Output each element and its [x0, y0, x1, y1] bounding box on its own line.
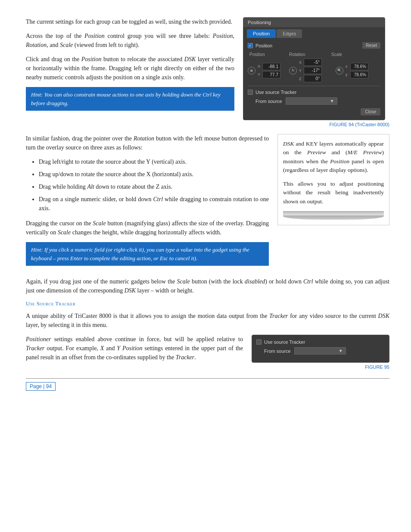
y-axis-label: Y: [258, 72, 261, 77]
figure-95-panel: Use source Tracker From source ▼: [252, 335, 389, 363]
tracker-label: Use source Tracker: [255, 90, 296, 95]
para-position-labels: Across the top of the Position control g…: [26, 31, 234, 50]
rot-z-label: Z: [299, 77, 302, 81]
hint-box-1: Hint: You can also constrain mouse actio…: [26, 87, 234, 111]
scale-y-value[interactable]: 78.6%: [350, 71, 368, 78]
panel-body: ✓ Position Reset Position Rotation Scale: [243, 38, 385, 120]
para-scale: Dragging the cursor on the Scale button …: [26, 219, 269, 237]
bullet-1: Drag left/right to rotate the source abo…: [39, 157, 269, 166]
mid-section: In similar fashion, drag the pointer ove…: [26, 134, 389, 271]
right-column-ui-panel: Positioning Position Edges ✓ Position Re…: [243, 17, 389, 127]
from-source-dropdown[interactable]: ▼: [286, 97, 337, 105]
panel-tabs: Position Edges: [243, 27, 385, 38]
x-axis-label: X: [258, 64, 261, 68]
rotation-y-value[interactable]: -17°: [304, 67, 322, 74]
figure-94-caption: FIGURE 94 (TriCaster 8000): [243, 122, 389, 127]
panel-divider: [248, 86, 380, 86]
bullet-4: Drag on a single numeric slider, or hold…: [39, 195, 269, 213]
tracker-intro-para: A unique ability of TriCaster 8000 is th…: [26, 311, 389, 330]
rotation-x-value[interactable]: -5°: [304, 59, 322, 66]
rotation-z-row: Z 0°: [299, 75, 322, 82]
para-rotation: In similar fashion, drag the pointer ove…: [26, 134, 269, 152]
dropdown-arrow: ▼: [330, 99, 334, 103]
panel-title: Positioning: [243, 18, 385, 27]
page-number: Page | 94: [26, 382, 56, 391]
figure-95-caption: FIGURE 95: [252, 364, 389, 370]
col-rotation-header: Rotation: [289, 52, 328, 57]
para-toggle: The current settings for each group can …: [26, 17, 234, 26]
scale-x-label: x: [346, 64, 349, 68]
scale-x-row: x 78.6%: [346, 63, 368, 70]
scale-x-value[interactable]: 78.6%: [350, 63, 368, 70]
position-xy: X -88.1 Y 77.7: [258, 63, 280, 78]
position-x-value[interactable]: -88.1: [262, 63, 280, 70]
col-scale-header: Scale: [331, 52, 342, 57]
fig95-from-source-dropdown[interactable]: ▼: [294, 347, 346, 355]
from-source-label: From source: [255, 99, 282, 104]
scale-y-label: y: [346, 72, 349, 77]
close-btn-container: Close: [248, 108, 380, 115]
bottom-section: Positioner settings enabled above contin…: [26, 335, 389, 370]
rotation-bullets: Drag left/right to rotate the source abo…: [39, 157, 269, 213]
fig95-from-source-row: From source ▼: [256, 347, 385, 355]
rot-x-label: X: [299, 60, 302, 65]
mid-left-col: In similar fashion, drag the pointer ove…: [26, 134, 269, 271]
from-source-row: From source ▼: [248, 97, 380, 105]
reset-button[interactable]: Reset: [362, 42, 380, 49]
figure-95-panel-container: Use source Tracker From source ▼ FIGURE …: [252, 335, 389, 370]
rotation-z-value[interactable]: 0°: [304, 75, 322, 82]
position-checkbox[interactable]: ✓: [248, 43, 253, 48]
positioning-panel: Positioning Position Edges ✓ Position Re…: [243, 17, 385, 120]
fig95-dropdown-arrow: ▼: [339, 348, 343, 353]
top-section: The current settings for each group can …: [26, 17, 389, 127]
sidebar-note: DSK and KEY layers automatically appear …: [277, 134, 389, 225]
sidebar-para-1: DSK and KEY layers automatically appear …: [283, 140, 384, 174]
hint-text-1: Hint: You can also constrain mouse actio…: [31, 91, 221, 106]
tracker-row: Use source Tracker: [248, 90, 380, 95]
rotation-xyz: X -5° Y -17° Z 0°: [299, 59, 322, 82]
tracker-checkbox[interactable]: [248, 90, 253, 95]
bullet-2: Drag up/down to rotate the source about …: [39, 170, 269, 179]
position-y-value[interactable]: 77.7: [262, 71, 280, 78]
use-source-tracker-heading: Use Source Tracker: [26, 300, 389, 307]
hint-text-2: Hint: If you click a numeric field (or r…: [31, 246, 249, 261]
fig95-tracker-label: Use source Tracker: [264, 339, 305, 345]
positioner-para: Positioner settings enabled above contin…: [26, 335, 243, 362]
bullet-3: Drag while holding Alt down to rotate ab…: [39, 182, 269, 191]
fig95-from-source-label: From source: [264, 348, 291, 354]
scale-icon[interactable]: 🔍: [336, 67, 343, 75]
close-button[interactable]: Close: [361, 108, 380, 115]
position-toggle-row: ✓ Position Reset: [248, 42, 380, 49]
position-y-row: Y 77.7: [258, 71, 280, 78]
full-width-section: Again, if you drag just one of the numer…: [26, 277, 389, 295]
para-full-width: Again, if you drag just one of the numer…: [26, 277, 389, 295]
position-x-row: X -88.1: [258, 63, 280, 70]
fig95-tracker-row: Use source Tracker: [256, 339, 385, 345]
scale-xy: x 78.6% y 78.6%: [346, 63, 368, 78]
rot-y-label: Y: [299, 68, 302, 73]
hint-box-2: Hint: If you click a numeric field (or r…: [26, 242, 269, 266]
tab-edges[interactable]: Edges: [277, 29, 302, 38]
fig95-tracker-checkbox[interactable]: [256, 339, 262, 345]
position-label: Position: [255, 43, 272, 48]
page-content: The current settings for each group can …: [26, 17, 389, 391]
para-click-drag: Click and drag on the Position button to…: [26, 55, 234, 82]
rotation-y-row: Y -17°: [299, 67, 322, 74]
scale-y-row: y 78.6%: [346, 71, 368, 78]
controls-row: ⊕ X -88.1 Y 77.7: [248, 59, 380, 82]
page-footer: Page | 94: [26, 378, 389, 391]
position-icon[interactable]: ⊕: [248, 67, 255, 75]
col-position-header: Position: [249, 52, 284, 57]
bottom-left-col: Positioner settings enabled above contin…: [26, 335, 243, 367]
rotation-icon[interactable]: ↻: [289, 67, 297, 75]
rotation-x-row: X -5°: [299, 59, 322, 66]
sidebar-para-2: This allows you to adjust positioning wi…: [283, 180, 384, 206]
tab-position[interactable]: Position: [247, 29, 276, 38]
left-column-top: The current settings for each group can …: [26, 17, 234, 116]
